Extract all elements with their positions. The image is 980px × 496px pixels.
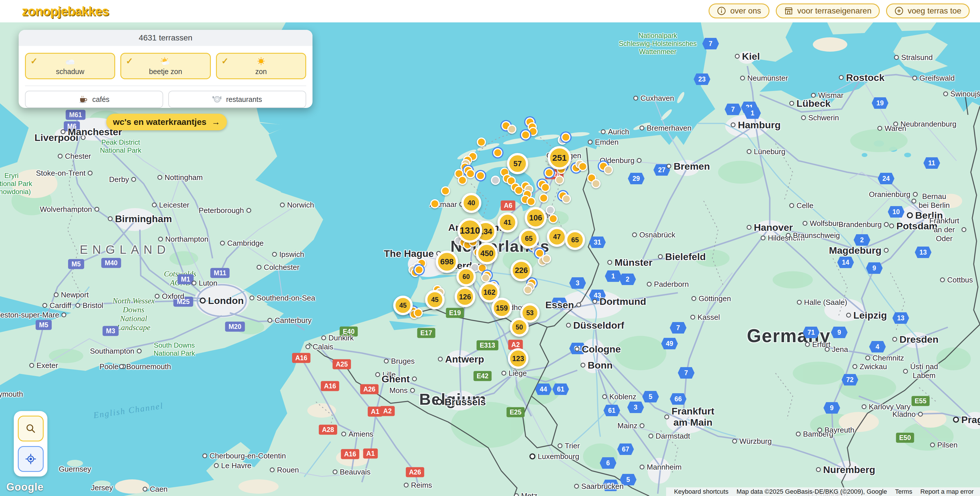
wc-button-label: wc's en waterkraantjes (113, 117, 207, 127)
google-logo[interactable]: Google (6, 481, 44, 493)
info-icon (717, 6, 726, 16)
arrow-right-icon: → (212, 117, 220, 127)
filter-restaurants[interactable]: restaurants (168, 91, 307, 108)
add-terrace-button-label: voeg terras toe (908, 6, 961, 16)
terrace-count: 4631 terrassen (19, 30, 312, 46)
check-icon: ✓ (221, 56, 229, 66)
filter-beetje-zon-label: beetje zon (149, 67, 182, 76)
keyboard-shortcuts-link[interactable]: Keyboard shortcuts (670, 488, 733, 495)
about-button-label: over ons (730, 6, 761, 16)
add-terrace-button[interactable]: voeg terras toe (886, 3, 970, 18)
storefront-icon (784, 6, 793, 16)
locate-button[interactable] (18, 446, 44, 472)
wc-waterkraantjes-button[interactable]: wc's en waterkraantjes → (106, 114, 227, 130)
locate-icon (25, 453, 37, 465)
map-canvas[interactable]: NetherlandsBelgiumGermanyENGLANDEnglish … (0, 22, 980, 496)
sun-cloud-icon (159, 57, 172, 66)
cloud-icon (64, 57, 76, 66)
filter-cafes-label: cafés (92, 95, 110, 104)
type-filter-row: cafés restaurants (19, 86, 312, 108)
header-buttons: over ons voor terraseigenaren voeg terra… (709, 3, 970, 18)
check-icon: ✓ (126, 56, 133, 66)
filter-beetje-zon[interactable]: ✓ beetje zon (120, 53, 210, 79)
filter-panel: 4631 terrassen ✓ schaduw ✓ (19, 30, 312, 108)
header-bar: zonopjebakkes over ons voor terraseigena… (0, 0, 980, 22)
search-icon (25, 423, 37, 434)
filter-zon-label: zon (255, 67, 267, 76)
map-controls (14, 411, 48, 477)
add-circle-icon (894, 6, 904, 16)
app-logo[interactable]: zonopjebakkes (22, 4, 108, 18)
filter-zon[interactable]: ✓ zon (216, 53, 306, 79)
zonopjebakkes-app: zonopjebakkes over ons voor terraseigena… (0, 0, 980, 496)
check-icon: ✓ (30, 56, 38, 66)
coffee-icon (78, 95, 88, 104)
map-data-text: Map data ©2025 GeoBasis-DE/BKG (©2009), … (732, 488, 891, 495)
weather-filter-row: ✓ schaduw ✓ beetje zon (19, 46, 312, 79)
report-error-link[interactable]: Report a map error (916, 488, 978, 495)
terms-link[interactable]: Terms (891, 488, 916, 495)
about-button[interactable]: over ons (709, 3, 769, 18)
filter-schaduw[interactable]: ✓ schaduw (25, 53, 115, 79)
terrace-owners-button[interactable]: voor terraseigenaren (776, 3, 880, 18)
map-attribution: Keyboard shortcuts Map data ©2025 GeoBas… (666, 487, 980, 496)
sun-icon (255, 57, 267, 66)
filter-schaduw-label: schaduw (56, 67, 84, 76)
restaurant-icon (212, 95, 222, 104)
terrace-owners-button-label: voor terraseigenaren (797, 6, 872, 16)
filter-restaurants-label: restaurants (226, 95, 262, 104)
filter-cafes[interactable]: cafés (25, 91, 163, 108)
search-button[interactable] (18, 416, 44, 442)
